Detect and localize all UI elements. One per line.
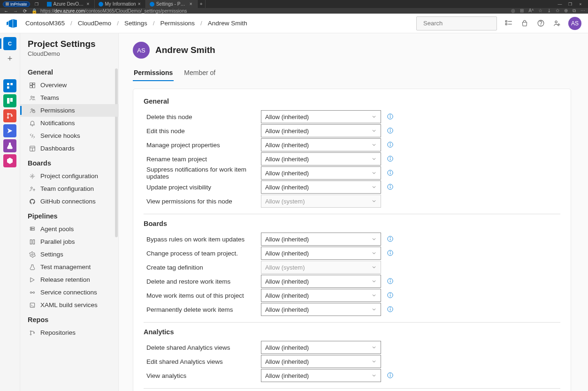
sidebar-item-service-hooks[interactable]: Service hooks [20, 129, 118, 142]
permission-dropdown[interactable]: Allow (inherited) [261, 138, 381, 151]
info-icon[interactable] [387, 127, 394, 135]
refresh-icon[interactable]: ⟳ [22, 8, 28, 14]
collections-icon[interactable]: ⧉ [573, 8, 576, 14]
crumb-permissions[interactable]: Permissions [160, 20, 195, 27]
search-field[interactable] [423, 20, 502, 27]
download-icon[interactable]: ⤓ [547, 8, 551, 14]
rail-overview-icon[interactable] [3, 79, 16, 92]
crumb-user[interactable]: Andrew Smith [208, 20, 247, 27]
sidebar-item-settings[interactable]: Settings [20, 248, 118, 261]
permission-dropdown[interactable]: Allow (inherited) [261, 247, 381, 260]
sidebar-item-repositories[interactable]: Repositories [20, 326, 118, 339]
permission-dropdown[interactable]: Allow (inherited) [261, 124, 381, 137]
avatar[interactable]: AS [568, 17, 581, 30]
close-icon[interactable]: × [190, 1, 193, 7]
rail-repos-icon[interactable] [3, 109, 16, 122]
permission-dropdown[interactable]: Allow (inherited) [261, 369, 381, 382]
sidebar-item-notifications[interactable]: Notifications [20, 117, 118, 129]
add-icon[interactable]: + [3, 52, 16, 65]
help-icon[interactable] [536, 19, 545, 28]
browser-tab-0[interactable]: Azure DevOps - Microsoft Azure × [43, 0, 95, 8]
tab-label: Azure DevOps - Microsoft Azure [53, 1, 85, 7]
close-icon[interactable]: × [87, 1, 91, 7]
sidebar-item-team-configuration[interactable]: Team configuration [20, 182, 118, 195]
azure-devops-logo-icon[interactable] [7, 18, 17, 29]
info-icon[interactable] [387, 292, 394, 299]
new-tab-button[interactable]: + [198, 0, 206, 8]
crumb-settings[interactable]: Settings [124, 20, 147, 27]
info-icon[interactable] [387, 306, 394, 313]
permission-dropdown[interactable]: Allow (inherited) [261, 166, 381, 180]
info-icon[interactable] [387, 278, 394, 285]
textsize-icon[interactable]: Aᴬ [528, 8, 534, 14]
browser-tab-2[interactable]: Settings - Permissions (CloudDe… × [146, 0, 198, 8]
service-hooks-icon [29, 132, 36, 139]
sidebar-item-teams[interactable]: Teams [20, 91, 118, 104]
minimize-icon[interactable]: — [557, 2, 563, 7]
sidebar-item-test-management[interactable]: Test management [20, 261, 118, 273]
sidebar-item-parallel-jobs[interactable]: Parallel jobs [20, 235, 118, 248]
permission-dropdown[interactable]: Allow (inherited) [261, 289, 381, 302]
crumb-project[interactable]: CloudDemo [78, 20, 111, 27]
tts-icon[interactable]: ◎ [511, 8, 515, 14]
permission-dropdown[interactable]: Allow (inherited) [261, 303, 381, 316]
permission-dropdown[interactable]: Allow (inherited) [261, 180, 381, 194]
tabs-button-icon[interactable]: ❐ [34, 1, 39, 7]
info-icon[interactable] [387, 249, 394, 257]
lock-icon[interactable]: 🔒 [31, 8, 38, 14]
rail-boards-icon[interactable] [3, 94, 16, 107]
sidebar-item-xaml-build-services[interactable]: XAML build services [20, 299, 118, 311]
project-icon[interactable]: C [3, 37, 16, 50]
tab-permissions[interactable]: Permissions [133, 65, 174, 81]
info-icon[interactable] [387, 372, 394, 379]
rail-testplans-icon[interactable] [3, 139, 16, 152]
extensions-icon[interactable]: ⊕ [564, 8, 568, 14]
permission-dropdown[interactable]: Allow (inherited) [261, 355, 381, 368]
svg-rect-37 [33, 240, 35, 244]
info-icon[interactable] [387, 155, 394, 163]
browser-tab-1[interactable]: My Information × [95, 0, 146, 8]
permission-dropdown[interactable]: Allow (inherited) [261, 341, 381, 354]
close-window-icon[interactable]: × [578, 2, 583, 7]
app-icon[interactable]: ⊞ [520, 8, 524, 14]
permission-dropdown[interactable]: Allow (inherited) [261, 233, 381, 246]
star-icon[interactable]: ☆ [538, 8, 542, 14]
sidebar-item-agent-pools[interactable]: Agent pools [20, 223, 118, 235]
url-field[interactable]: https://dev.azure.com/contosoM365/CloudD… [40, 8, 508, 14]
info-icon[interactable] [387, 113, 394, 120]
sidebar-item-label: Agent pools [40, 226, 74, 233]
permission-row: Update project visibilityAllow (inherite… [144, 180, 560, 194]
info-icon[interactable] [387, 235, 394, 243]
marketplace-icon[interactable] [520, 19, 529, 28]
sidebar-item-permissions[interactable]: Permissions [20, 104, 118, 117]
sidebar-item-release-retention[interactable]: Release retention [20, 273, 118, 286]
close-icon[interactable]: × [138, 1, 142, 7]
maximize-icon[interactable]: ❐ [567, 2, 573, 7]
favorites-icon[interactable]: ✩ [556, 8, 559, 14]
sidebar-item-overview[interactable]: Overview [20, 79, 118, 91]
info-icon[interactable] [387, 141, 394, 149]
tab-member-of[interactable]: Member of [183, 65, 216, 81]
sidebar-item-label: Service hooks [40, 132, 80, 139]
permission-label: Delete shared Analytics views [144, 344, 261, 351]
sidebar-item-github-connections[interactable]: GitHub connections [20, 195, 118, 208]
permission-dropdown[interactable]: Allow (inherited) [261, 275, 381, 288]
permission-dropdown[interactable]: Allow (inherited) [261, 110, 381, 123]
rail-artifacts-icon[interactable] [3, 154, 16, 167]
sidebar-item-project-configuration[interactable]: Project configuration [20, 170, 118, 182]
crumb-org[interactable]: ContosoM365 [25, 20, 65, 27]
sidebar-item-service-connections[interactable]: Service connections [20, 286, 118, 299]
menu-icon[interactable]: ⋯ [580, 8, 585, 14]
info-icon[interactable] [387, 169, 394, 177]
sidebar-item-dashboards[interactable]: Dashboards [20, 142, 118, 155]
back-icon[interactable]: ← [3, 8, 9, 14]
window-buttons: — ❐ × [557, 2, 586, 7]
work-items-icon[interactable] [504, 19, 513, 28]
svg-rect-32 [30, 227, 34, 228]
permission-dropdown[interactable]: Allow (inherited) [261, 152, 381, 165]
svg-point-39 [30, 292, 32, 293]
search-input[interactable] [416, 16, 497, 30]
rail-pipelines-icon[interactable] [3, 124, 16, 137]
user-settings-icon[interactable] [552, 19, 561, 28]
info-icon[interactable] [387, 183, 394, 191]
